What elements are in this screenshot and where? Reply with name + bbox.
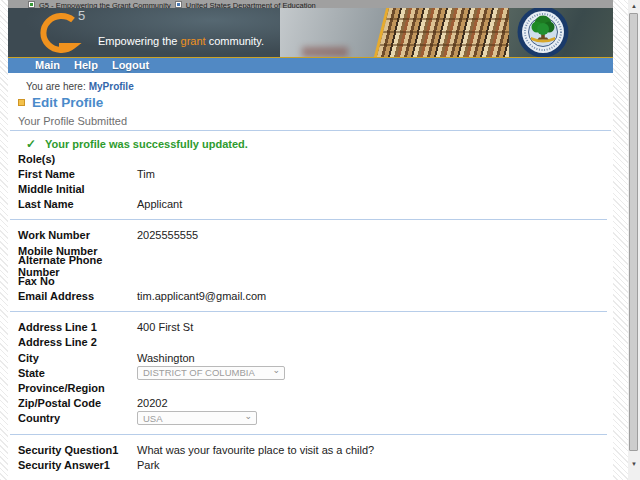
banner-photo-blur: [280, 8, 386, 57]
field-label: Security Question1: [18, 444, 137, 456]
state-select[interactable]: DISTRICT OF COLUMBIA ⌄: [137, 366, 285, 380]
field-label: Role(s): [18, 153, 137, 165]
form-row-roles: Role(s): [8, 151, 613, 166]
chalkboard-photo: [509, 8, 613, 57]
breadcrumb: You are here:MyProfile: [8, 81, 613, 92]
section-divider: [10, 219, 607, 220]
field-value: 20202: [137, 397, 168, 409]
profile-form: Role(s) First Name Tim Middle Initial La…: [8, 151, 613, 472]
tagline-pre: Empowering the: [98, 35, 181, 47]
section-title: Your Profile Submitted: [8, 115, 613, 127]
vertical-scrollbar[interactable]: ▲ ▼: [628, 0, 640, 480]
nav-logout[interactable]: Logout: [112, 58, 149, 73]
form-row-zip: Zip/Postal Code 20202: [8, 396, 613, 411]
bullet-icon: [18, 99, 25, 106]
main-navbar: Main Help Logout: [8, 58, 613, 73]
banner: 5 Empowering the grant community.: [8, 8, 613, 58]
education-seal-icon: [517, 8, 569, 58]
field-label: Middle Initial: [18, 183, 137, 195]
form-row-email: Email Address tim.applicant9@gmail.com: [8, 289, 613, 304]
success-message: ✓ Your profile was successfully updated.: [8, 137, 613, 151]
form-row-fax: Fax No: [8, 273, 613, 288]
form-row-work-number: Work Number 2025555555: [8, 228, 613, 243]
bookshelf-photo: [374, 8, 524, 57]
banner-tagline: Empowering the grant community.: [98, 35, 264, 47]
field-label: First Name: [18, 168, 137, 180]
form-row-city: City Washington: [8, 350, 613, 365]
form-row-country: Country USA ⌄: [8, 411, 613, 426]
scrollbar-up-button[interactable]: ▲: [628, 0, 640, 12]
section-divider: [10, 434, 607, 435]
field-label: Address Line 2: [18, 336, 137, 348]
form-row-first-name: First Name Tim: [8, 166, 613, 181]
field-label: Address Line 1: [18, 321, 137, 333]
form-row-security-answer1: Security Answer1 Park: [8, 457, 613, 472]
field-label: Security Answer1: [18, 459, 137, 471]
field-value: 2025555555: [137, 229, 198, 241]
down-arrow-icon: ▼: [631, 461, 637, 467]
form-row-alternate-phone: Alternate Phone Number: [8, 258, 613, 273]
field-value: Applicant: [137, 198, 182, 210]
field-value: 400 First St: [137, 321, 193, 333]
field-label: State: [18, 367, 137, 379]
breadcrumb-prefix: You are here:: [26, 81, 86, 92]
form-row-state: State DISTRICT OF COLUMBIA ⌄: [8, 365, 613, 380]
form-row-address2: Address Line 2: [8, 335, 613, 350]
field-value: Park: [137, 459, 160, 471]
field-label: Province/Region: [18, 382, 137, 394]
field-label: City: [18, 352, 137, 364]
chevron-down-icon: ⌄: [244, 412, 252, 421]
chevron-down-icon: ⌄: [272, 366, 280, 375]
image-alt-strip: G5 - Empowering the Grant Community Unit…: [8, 0, 613, 8]
field-value: Washington: [137, 352, 195, 364]
tagline-accent: grant: [181, 35, 206, 47]
scrollbar-down-button[interactable]: ▼: [628, 458, 640, 470]
field-label: Work Number: [18, 229, 137, 241]
up-arrow-icon: ▲: [631, 3, 637, 9]
nav-help[interactable]: Help: [74, 58, 98, 73]
field-label: Zip/Postal Code: [18, 397, 137, 409]
broken-image-icon: [175, 1, 182, 8]
form-row-last-name: Last Name Applicant: [8, 197, 613, 212]
g5-logo-five: 5: [78, 8, 85, 23]
check-icon: ✓: [26, 137, 36, 151]
breadcrumb-myprofile-link[interactable]: MyProfile: [89, 81, 134, 92]
success-message-text: Your profile was successfully updated.: [45, 138, 248, 150]
field-value: tim.applicant9@gmail.com: [137, 290, 266, 302]
page-container: G5 - Empowering the Grant Community Unit…: [8, 0, 613, 480]
banner-logo-panel: 5 Empowering the grant community.: [8, 8, 280, 57]
field-label: Fax No: [18, 275, 137, 287]
nav-main[interactable]: Main: [35, 58, 60, 73]
scrollbar-thumb[interactable]: [629, 13, 638, 451]
form-row-middle-initial: Middle Initial: [8, 181, 613, 196]
form-row-security-question1: Security Question1 What was your favouri…: [8, 442, 613, 457]
form-row-address1: Address Line 1 400 First St: [8, 320, 613, 335]
field-label: Country: [18, 412, 137, 424]
divider: [10, 130, 611, 131]
field-label: Email Address: [18, 290, 137, 302]
form-row-province: Province/Region: [8, 380, 613, 395]
tagline-post: community.: [206, 35, 264, 47]
field-value: What was your favourite place to visit a…: [137, 444, 374, 456]
field-label: Last Name: [18, 198, 137, 210]
broken-image-icon: [28, 1, 35, 8]
section-divider: [10, 311, 607, 312]
page-title-text: Edit Profile: [32, 95, 103, 110]
page-title: Edit Profile: [8, 95, 613, 110]
field-value: Tim: [137, 168, 155, 180]
browser-viewport: G5 - Empowering the Grant Community Unit…: [0, 0, 640, 480]
country-select[interactable]: USA ⌄: [137, 411, 257, 425]
select-value: DISTRICT OF COLUMBIA: [143, 367, 255, 378]
select-value: USA: [143, 413, 163, 424]
